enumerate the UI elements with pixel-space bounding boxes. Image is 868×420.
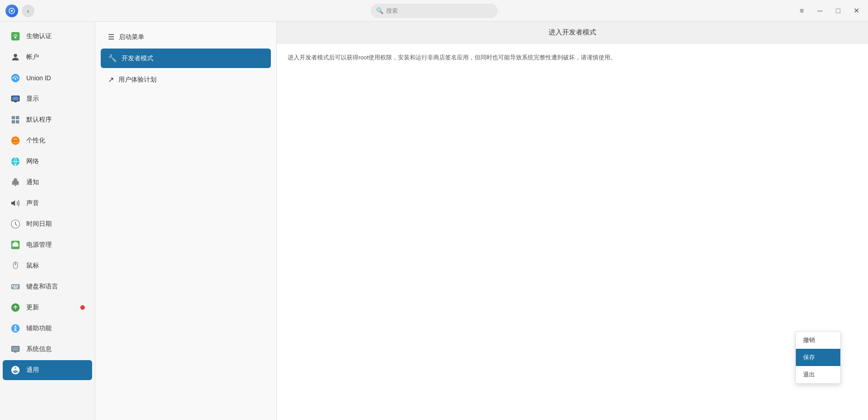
union-icon bbox=[10, 73, 21, 83]
svg-point-23 bbox=[15, 264, 16, 265]
middle-panel: ☰ 启动菜单 🔧 开发者模式 ↗ 用户体验计划 bbox=[95, 22, 277, 420]
svg-rect-30 bbox=[14, 286, 15, 287]
account-icon bbox=[10, 52, 21, 63]
sidebar-label-bio: 生物认证 bbox=[26, 32, 52, 40]
sidebar-label-update: 更新 bbox=[26, 303, 39, 312]
svg-rect-13 bbox=[16, 120, 19, 123]
app-logo bbox=[5, 5, 18, 17]
right-panel-header: 进入开发者模式 bbox=[277, 22, 868, 44]
back-button[interactable]: ‹ bbox=[22, 5, 34, 17]
svg-rect-39 bbox=[14, 352, 17, 353]
titlebar-controls: ≡ ─ □ ✕ bbox=[795, 5, 863, 17]
sidebar-label-account: 帐户 bbox=[26, 53, 39, 61]
sidebar-label-personal: 个性化 bbox=[26, 137, 45, 145]
search-placeholder: 搜索 bbox=[386, 7, 398, 15]
sidebar-item-sound[interactable]: 声音 bbox=[3, 193, 92, 213]
sidebar-item-personal[interactable]: 个性化 bbox=[3, 131, 92, 151]
svg-rect-8 bbox=[12, 97, 19, 101]
sidebar-label-network: 网络 bbox=[26, 157, 39, 166]
right-panel-body: 进入开发者模式后可以获得root使用权限，安装和运行非商店签名应用，但同时也可能… bbox=[277, 44, 868, 72]
svg-point-1 bbox=[11, 10, 13, 12]
svg-rect-26 bbox=[14, 285, 15, 286]
network-icon bbox=[10, 156, 21, 167]
keyboard-icon bbox=[10, 281, 21, 292]
ux-icon: ↗ bbox=[108, 75, 114, 84]
bio-icon bbox=[10, 31, 21, 42]
svg-rect-32 bbox=[17, 286, 19, 287]
sidebar-label-default: 默认程序 bbox=[26, 116, 52, 124]
sidebar-label-sound: 声音 bbox=[26, 199, 39, 207]
default-icon bbox=[10, 114, 21, 125]
power-icon bbox=[10, 239, 21, 250]
sidebar-item-time[interactable]: 时间日期 bbox=[3, 214, 92, 234]
sidebar-item-general[interactable]: 通用 bbox=[3, 360, 92, 380]
right-panel-title: 进入开发者模式 bbox=[549, 28, 596, 36]
cancel-label: 撤销 bbox=[803, 337, 815, 343]
personal-icon bbox=[10, 135, 21, 146]
sidebar-item-union[interactable]: Union ID bbox=[3, 68, 92, 88]
svg-point-36 bbox=[15, 326, 16, 327]
sidebar-label-accessibility: 辅助功能 bbox=[26, 324, 52, 332]
sidebar-label-general: 通用 bbox=[26, 366, 39, 374]
sidebar-item-bio[interactable]: 生物认证 bbox=[3, 26, 92, 46]
sidebar-item-account[interactable]: 帐户 bbox=[3, 47, 92, 67]
sidebar-item-update[interactable]: 更新 bbox=[3, 298, 92, 317]
maximize-button[interactable]: □ bbox=[832, 5, 844, 17]
svg-rect-25 bbox=[12, 285, 14, 286]
menu-item-startup[interactable]: ☰ 启动菜单 bbox=[101, 27, 271, 47]
context-menu-cancel[interactable]: 撤销 bbox=[796, 332, 840, 349]
sysinfo-icon bbox=[10, 344, 21, 355]
menu-label-ux: 用户体验计划 bbox=[118, 76, 157, 84]
sound-icon bbox=[10, 198, 21, 209]
sidebar-label-keyboard: 键盘和语言 bbox=[26, 283, 58, 291]
sidebar-label-display: 显示 bbox=[26, 95, 39, 103]
svg-rect-10 bbox=[12, 116, 15, 119]
content-area: ☰ 启动菜单 🔧 开发者模式 ↗ 用户体验计划 进入开发者模式 进入开发者模式后… bbox=[95, 22, 868, 420]
titlebar-left: ‹ bbox=[5, 5, 34, 17]
svg-rect-33 bbox=[13, 288, 17, 288]
svg-point-4 bbox=[14, 54, 17, 57]
sidebar-item-mouse[interactable]: 鼠标 bbox=[3, 256, 92, 276]
sidebar-item-network[interactable]: 网络 bbox=[3, 151, 92, 171]
sidebar-item-sysinfo[interactable]: 系统信息 bbox=[3, 339, 92, 359]
update-icon bbox=[10, 302, 21, 313]
titlebar: ‹ 🔍 搜索 ≡ ─ □ ✕ bbox=[0, 0, 868, 22]
right-panel-description: 进入开发者模式后可以获得root使用权限，安装和运行非商店签名应用，但同时也可能… bbox=[288, 54, 616, 61]
svg-rect-20 bbox=[14, 242, 17, 244]
mouse-icon bbox=[10, 260, 21, 271]
sidebar-item-keyboard[interactable]: 键盘和语言 bbox=[3, 277, 92, 297]
sidebar-item-notify[interactable]: 通知 bbox=[3, 172, 92, 192]
svg-rect-11 bbox=[16, 116, 19, 119]
close-button[interactable]: ✕ bbox=[850, 5, 863, 17]
menu-button[interactable]: ≡ bbox=[795, 5, 808, 17]
developer-icon: 🔧 bbox=[108, 54, 117, 63]
accessibility-icon bbox=[10, 323, 21, 334]
sidebar-item-accessibility[interactable]: 辅助功能 bbox=[3, 318, 92, 338]
svg-point-6 bbox=[15, 78, 16, 80]
save-label: 保存 bbox=[803, 354, 815, 361]
sidebar-label-power: 电源管理 bbox=[26, 241, 52, 249]
search-icon: 🔍 bbox=[376, 7, 383, 14]
svg-rect-28 bbox=[17, 285, 19, 286]
sidebar-label-notify: 通知 bbox=[26, 178, 39, 186]
svg-rect-19 bbox=[13, 243, 19, 246]
menu-item-ux[interactable]: ↗ 用户体验计划 bbox=[101, 70, 271, 89]
menu-item-developer[interactable]: 🔧 开发者模式 bbox=[101, 49, 271, 68]
menu-label-developer: 开发者模式 bbox=[122, 54, 153, 63]
search-bar[interactable]: 🔍 搜索 bbox=[371, 4, 498, 18]
notify-icon bbox=[10, 177, 21, 188]
startup-icon: ☰ bbox=[108, 33, 114, 41]
minimize-button[interactable]: ─ bbox=[814, 5, 826, 17]
svg-rect-38 bbox=[12, 347, 19, 351]
context-menu-save[interactable]: 保存 bbox=[796, 349, 840, 366]
sidebar-label-mouse: 鼠标 bbox=[26, 262, 39, 270]
sidebar-item-default[interactable]: 默认程序 bbox=[3, 110, 92, 130]
sidebar-label-sysinfo: 系统信息 bbox=[26, 345, 52, 353]
svg-rect-12 bbox=[12, 120, 15, 123]
sidebar: 生物认证 帐户 Union ID bbox=[0, 22, 95, 420]
sidebar-item-power[interactable]: 电源管理 bbox=[3, 235, 92, 255]
svg-point-14 bbox=[11, 137, 20, 145]
svg-rect-27 bbox=[15, 285, 17, 286]
context-menu-exit[interactable]: 退出 bbox=[796, 366, 840, 383]
sidebar-item-display[interactable]: 显示 bbox=[3, 89, 92, 109]
